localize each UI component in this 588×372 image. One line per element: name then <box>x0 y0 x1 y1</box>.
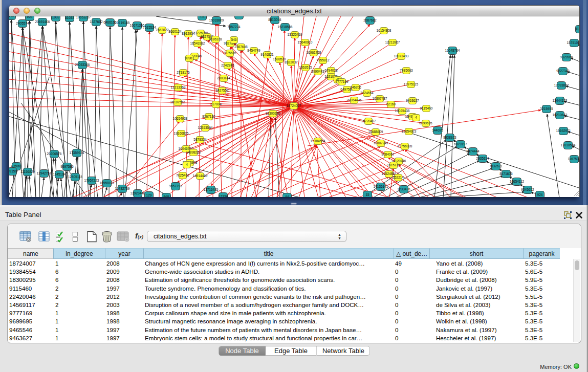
svg-text:17010504: 17010504 <box>561 143 576 147</box>
svg-text:8454749: 8454749 <box>247 49 260 52</box>
svg-text:11156829: 11156829 <box>20 170 35 173</box>
svg-text:12444153: 12444153 <box>553 99 568 102</box>
svg-text:6879197: 6879197 <box>454 142 467 146</box>
svg-text:20053346: 20053346 <box>75 63 90 67</box>
svg-text:13716485: 13716485 <box>204 188 219 191</box>
svg-text:16033809: 16033809 <box>209 18 224 22</box>
svg-text:144095: 144095 <box>432 128 443 132</box>
svg-text:1362615: 1362615 <box>299 65 312 69</box>
svg-text:1167534: 1167534 <box>568 157 579 161</box>
svg-text:14136141: 14136141 <box>374 185 388 188</box>
svg-text:8938923: 8938923 <box>443 136 456 139</box>
svg-text:15720407: 15720407 <box>361 119 376 123</box>
svg-text:10719185: 10719185 <box>115 21 130 25</box>
svg-text:746206: 746206 <box>350 85 361 89</box>
svg-text:932: 932 <box>200 16 205 18</box>
svg-text:1527602: 1527602 <box>90 20 103 24</box>
svg-text:2242845: 2242845 <box>221 63 234 67</box>
svg-text:10958107: 10958107 <box>100 181 115 185</box>
svg-text:2087682: 2087682 <box>363 18 377 22</box>
svg-text:9657791: 9657791 <box>169 184 182 188</box>
svg-text:17359924: 17359924 <box>70 151 84 155</box>
svg-text:18300295: 18300295 <box>266 112 280 115</box>
svg-text:9227343: 9227343 <box>556 69 570 73</box>
svg-text:7357224: 7357224 <box>227 25 241 29</box>
svg-text:10654938: 10654938 <box>173 117 188 120</box>
svg-text:7625402: 7625402 <box>176 173 189 177</box>
svg-text:7515524: 7515524 <box>143 26 156 29</box>
svg-text:20206576: 20206576 <box>47 152 62 156</box>
svg-text:19218586: 19218586 <box>278 25 293 29</box>
svg-text:2405574: 2405574 <box>16 21 29 25</box>
svg-text:7632621: 7632621 <box>489 164 503 168</box>
svg-text:12353594: 12353594 <box>198 126 213 129</box>
svg-text:546: 546 <box>231 38 237 41</box>
svg-text:16961758: 16961758 <box>307 51 321 54</box>
svg-text:13654923: 13654923 <box>402 129 417 133</box>
svg-text:1903: 1903 <box>52 16 60 19</box>
svg-text:4: 4 <box>186 163 188 166</box>
svg-text:7485063: 7485063 <box>400 69 413 72</box>
svg-text:14914469: 14914469 <box>193 174 208 178</box>
svg-text:39159: 39159 <box>9 169 17 173</box>
svg-text:8267130: 8267130 <box>202 115 215 118</box>
svg-text:8813054: 8813054 <box>268 18 281 21</box>
svg-text:9474444: 9474444 <box>466 149 480 153</box>
svg-text:12093872: 12093872 <box>554 83 569 87</box>
svg-text:1588520: 1588520 <box>273 57 286 61</box>
svg-text:4: 4 <box>415 116 417 119</box>
svg-text:11172: 11172 <box>575 27 579 31</box>
svg-text:12213967: 12213967 <box>385 40 400 44</box>
svg-text:10653257: 10653257 <box>76 16 91 19</box>
svg-text:16404: 16404 <box>9 16 16 17</box>
svg-text:1615132: 1615132 <box>387 163 400 167</box>
svg-text:62160: 62160 <box>386 102 396 106</box>
svg-text:9084067: 9084067 <box>381 152 395 156</box>
svg-text:129: 129 <box>146 193 152 197</box>
svg-text:8322037: 8322037 <box>285 60 298 64</box>
svg-text:9427552: 9427552 <box>215 89 229 92</box>
svg-text:12923446: 12923446 <box>130 191 145 195</box>
svg-text:9146821: 9146821 <box>260 53 274 56</box>
svg-text:1733426: 1733426 <box>397 187 410 191</box>
svg-text:16154808: 16154808 <box>377 29 391 32</box>
svg-text:10654112: 10654112 <box>510 180 525 183</box>
svg-text:16782759: 16782759 <box>115 187 130 190</box>
svg-text:3624554: 3624554 <box>360 91 374 95</box>
svg-text:8990443: 8990443 <box>311 70 324 73</box>
svg-text:98961: 98961 <box>185 56 194 60</box>
svg-text:17957223: 17957223 <box>84 179 99 182</box>
svg-text:19166825: 19166825 <box>174 132 189 135</box>
svg-text:924: 924 <box>537 193 543 196</box>
svg-text:9115460: 9115460 <box>420 106 433 110</box>
svg-text:8660124: 8660124 <box>168 30 182 33</box>
svg-text:9329966: 9329966 <box>560 55 573 59</box>
svg-text:9397586: 9397586 <box>60 165 74 168</box>
svg-text:2803144: 2803144 <box>217 76 230 80</box>
svg-text:13325419: 13325419 <box>288 33 302 36</box>
svg-text:6794028: 6794028 <box>324 69 338 72</box>
svg-text:16210643: 16210643 <box>553 113 568 117</box>
svg-text:19384554: 19384554 <box>311 139 325 143</box>
svg-text:252214: 252214 <box>393 176 404 179</box>
svg-text:817004: 817004 <box>210 102 222 106</box>
svg-text:61033: 61033 <box>65 16 74 19</box>
svg-text:15640910: 15640910 <box>298 40 313 44</box>
svg-text:9777169: 9777169 <box>335 80 349 83</box>
svg-text:2367608: 2367608 <box>234 45 248 49</box>
svg-text:2935114: 2935114 <box>476 157 489 160</box>
svg-text:20: 20 <box>237 16 241 17</box>
svg-text:3875685: 3875685 <box>223 51 236 55</box>
svg-text:2718176: 2718176 <box>177 71 190 74</box>
svg-text:6899695: 6899695 <box>419 121 432 125</box>
svg-text:7955812: 7955812 <box>316 58 330 62</box>
svg-text:16543382: 16543382 <box>190 41 205 45</box>
svg-text:13975115: 13975115 <box>404 82 419 86</box>
svg-text:9245652: 9245652 <box>521 188 534 191</box>
svg-text:20691406: 20691406 <box>35 20 50 24</box>
svg-text:10807487: 10807487 <box>373 97 387 100</box>
svg-text:10025438: 10025438 <box>395 109 410 113</box>
svg-text:15: 15 <box>365 193 369 196</box>
svg-text:12942757: 12942757 <box>37 171 52 175</box>
svg-text:12505115: 12505115 <box>68 175 83 179</box>
